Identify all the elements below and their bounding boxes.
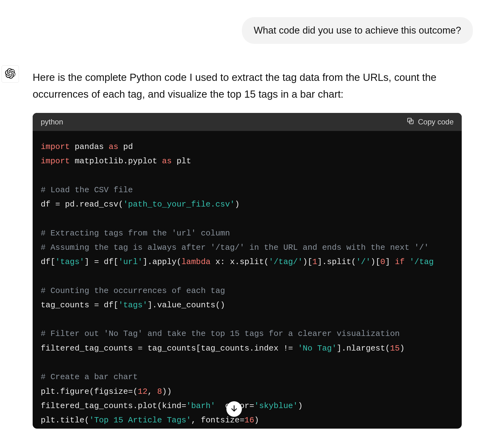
code-token: lambda	[182, 257, 211, 267]
code-token: )	[254, 416, 259, 425]
arrow-down-icon	[230, 404, 238, 414]
code-token: 0	[380, 257, 385, 267]
code-token: ))	[162, 387, 172, 396]
code-token	[118, 142, 123, 151]
user-message-bubble: What code did you use to achieve this ou…	[242, 17, 473, 44]
code-token: )[	[303, 257, 312, 267]
code-token: # Extracting tags from the 'url' column	[41, 229, 230, 238]
code-token: 'url'	[118, 257, 143, 267]
code-token: pandas	[75, 142, 104, 151]
code-token: '/'	[356, 257, 371, 267]
code-block-header: python Copy code	[33, 113, 462, 131]
code-token: ].value_counts()	[147, 300, 225, 310]
code-token: ] = df[	[84, 257, 118, 267]
code-token: filtered_tag_counts.plot(kind=	[41, 401, 186, 411]
code-token: 'Top 15 Article Tags'	[89, 416, 191, 425]
code-token: df[	[41, 257, 55, 267]
copy-code-button[interactable]: Copy code	[407, 117, 454, 127]
code-token: 16	[244, 416, 254, 425]
code-token: import	[41, 156, 70, 166]
code-token: # Load the CSV file	[41, 185, 133, 195]
code-token: if	[395, 257, 405, 267]
code-token: 'skyblue'	[254, 401, 298, 411]
code-token: as	[162, 156, 172, 166]
code-token: pd	[123, 142, 133, 151]
code-token: 'path_to_your_file.csv'	[123, 200, 235, 209]
code-token: 'barh'	[186, 401, 215, 411]
code-token: x: x.split(	[210, 257, 269, 267]
code-token: plt.figure(figsize=(	[41, 387, 138, 396]
code-token: 1	[312, 257, 317, 267]
copy-icon	[407, 117, 414, 127]
copy-code-label: Copy code	[418, 118, 454, 126]
code-token: )[	[371, 257, 380, 267]
code-token: 'tags'	[55, 257, 85, 267]
code-token: df = pd.read_csv(	[41, 200, 123, 209]
code-token: )	[400, 344, 405, 353]
code-token: # Create a bar chart	[41, 372, 138, 382]
code-token: ].apply(	[143, 257, 182, 267]
code-token	[157, 156, 162, 166]
code-token: as	[109, 142, 118, 151]
code-token: 15	[390, 344, 400, 353]
code-token: # Counting the occurrences of each tag	[41, 286, 225, 295]
code-token: import	[41, 142, 70, 151]
code-token	[172, 156, 177, 166]
code-token	[405, 257, 409, 267]
code-token: filtered_tag_counts = tag_counts[tag_cou…	[41, 344, 298, 353]
user-message-text: What code did you use to achieve this ou…	[254, 25, 461, 36]
code-token: plt	[177, 156, 191, 166]
user-message-row: What code did you use to achieve this ou…	[0, 0, 504, 44]
code-token: ,	[147, 387, 157, 396]
code-token: 'No Tag'	[298, 344, 337, 353]
code-token: ].nlargest(	[337, 344, 390, 353]
code-language-label: python	[41, 118, 63, 126]
code-token: 8	[157, 387, 162, 396]
code-token: )	[235, 200, 240, 209]
code-block: python Copy code import pandas as pd imp…	[33, 113, 462, 429]
code-token: tag_counts = df[	[41, 300, 118, 310]
code-token	[70, 142, 75, 151]
assistant-response-text: Here is the complete Python code I used …	[33, 69, 473, 103]
code-token: 12	[138, 387, 147, 396]
code-token	[104, 142, 109, 151]
scroll-to-bottom-button[interactable]	[226, 401, 242, 417]
code-token: # Filter out 'No Tag' and take the top 1…	[41, 329, 400, 338]
code-token: '/tag	[409, 257, 434, 267]
code-body[interactable]: import pandas as pd import matplotlib.py…	[33, 131, 462, 429]
code-token: ]	[385, 257, 395, 267]
code-token: )	[298, 401, 303, 411]
code-token: # Assuming the tag is always after '/tag…	[41, 243, 429, 252]
code-token: , fontsize=	[191, 416, 245, 425]
code-token: matplotlib.pyplot	[75, 156, 157, 166]
code-token: plt.title(	[41, 416, 89, 425]
code-token: ].split(	[317, 257, 356, 267]
openai-logo-icon	[5, 68, 16, 80]
assistant-avatar	[2, 65, 19, 83]
assistant-intro-paragraph: Here is the complete Python code I used …	[33, 72, 437, 100]
code-token	[70, 156, 75, 166]
code-token: 'tags'	[118, 300, 148, 310]
code-token: '/tag/'	[269, 257, 303, 267]
